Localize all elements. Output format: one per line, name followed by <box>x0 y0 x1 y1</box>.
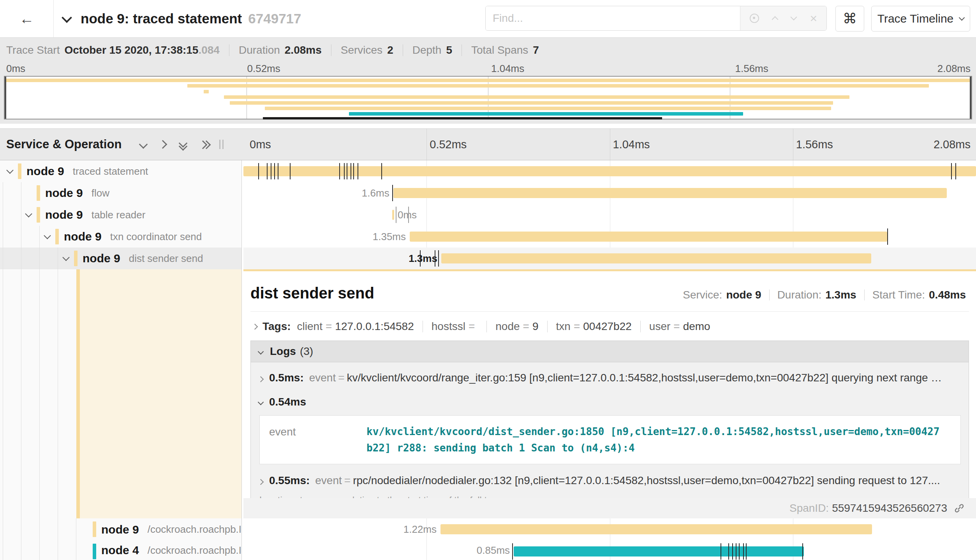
pane-divider[interactable] <box>241 160 242 560</box>
back-button[interactable]: ← <box>0 0 54 37</box>
span-duration-label: 0ms <box>398 204 417 226</box>
find-group: × <box>485 6 827 31</box>
log-marker-tick <box>267 163 268 179</box>
span-row[interactable]: node 9flow1.6ms <box>0 182 976 204</box>
trace-id: 6749717 <box>248 11 301 26</box>
selected-span-color-bar <box>76 269 80 518</box>
span-row-tree-cell[interactable]: node 9table reader <box>0 204 241 226</box>
tree-chevron-icon[interactable] <box>26 211 31 218</box>
span-row-timeline-cell[interactable]: 1.35ms <box>243 226 976 248</box>
span-row-timeline-cell[interactable]: 1.6ms <box>243 182 976 204</box>
minimap-span <box>265 107 831 110</box>
span-bar[interactable] <box>392 210 394 220</box>
back-arrow-icon: ← <box>19 11 34 27</box>
span-row-timeline-cell[interactable]: 1.3ms <box>243 248 976 269</box>
collapse-one-icon[interactable] <box>139 140 148 149</box>
span-row-timeline-cell[interactable]: 0ms <box>243 204 976 226</box>
log-marker-tick <box>887 228 888 245</box>
span-bar[interactable] <box>410 232 887 242</box>
span-row-tree-cell[interactable]: node 9dist sender send <box>0 248 241 269</box>
span-duration-label: 1.6ms <box>362 182 389 204</box>
service-name: node 9 <box>45 186 83 200</box>
span-row-tree-cell[interactable]: node 9flow <box>0 182 241 204</box>
title-group: node 9: traced statement 6749717 <box>63 0 301 37</box>
minimap-span <box>5 79 971 82</box>
expand-all-icon[interactable] <box>200 141 209 148</box>
span-detail-meta: Service:node 9 Duration:1.3ms Start Time… <box>683 289 966 301</box>
span-row[interactable]: node 9table reader0ms <box>0 204 976 226</box>
span-duration-label: 0.85ms <box>477 541 510 560</box>
page-title: node 9: traced statement <box>81 11 242 26</box>
service-color-bar <box>93 544 96 559</box>
span-row-tree-cell[interactable]: node 4/cockroach.roachpb.I... <box>0 541 241 560</box>
minimap-canvas[interactable] <box>4 76 972 119</box>
logs-chevron-icon <box>258 348 264 355</box>
span-row[interactable]: node 9dist sender send1.3ms <box>0 248 976 269</box>
detail-indent-column <box>0 269 241 518</box>
span-row-tree-cell[interactable]: node 9traced statement <box>0 160 241 182</box>
operation-name: flow <box>92 187 109 199</box>
tag-item: hostssl= <box>432 320 478 333</box>
total-spans-label: Total Spans <box>471 44 528 56</box>
view-select-button[interactable]: Trace Timeline <box>871 6 970 32</box>
service-color-bar <box>37 207 40 223</box>
log-marker-tick <box>955 163 956 179</box>
span-row[interactable]: node 9/cockroach.roachpb.I...1.22ms <box>0 518 976 541</box>
log-marker-tick <box>732 543 733 560</box>
trace-summary-band: Trace Start October 15 2020, 17:38:15 .0… <box>0 37 976 124</box>
find-input[interactable] <box>486 6 740 30</box>
minimap-tick-labels: 0ms0.52ms1.04ms1.56ms2.08ms <box>0 63 976 74</box>
tag-item: node=9 <box>495 320 538 333</box>
column-resizer-grip[interactable] <box>219 140 224 149</box>
logs-header[interactable]: Logs (3) <box>251 341 969 362</box>
tags-row[interactable]: Tags: client=127.0.0.1:54582hostssl=node… <box>253 320 969 333</box>
log-marker-tick <box>271 163 271 179</box>
span-row-timeline-cell[interactable]: 1.22ms <box>243 518 976 541</box>
command-icon: ⌘ <box>843 11 857 27</box>
minimap-right-scrubber[interactable] <box>970 77 971 119</box>
span-bar[interactable] <box>441 253 871 263</box>
span-duration-label: 1.22ms <box>403 518 437 541</box>
clear-find-icon[interactable]: × <box>810 12 817 25</box>
log-entry-expanded-header[interactable]: 0.54ms <box>251 386 969 408</box>
next-match-icon[interactable] <box>790 14 797 21</box>
span-bar[interactable] <box>440 524 872 534</box>
collapse-trace-chevron-icon[interactable] <box>62 12 72 23</box>
tree-chevron-icon[interactable] <box>7 167 12 174</box>
service-name: node 4 <box>101 544 139 557</box>
log-marker-tick <box>358 163 358 179</box>
view-select-label: Trace Timeline <box>877 12 954 25</box>
focus-match-icon[interactable] <box>750 14 759 23</box>
collapse-all-icon[interactable] <box>179 140 187 149</box>
trace-summary: Trace Start October 15 2020, 17:38:15 .0… <box>0 38 976 63</box>
span-row-timeline-cell[interactable]: 0.85ms <box>243 541 976 560</box>
service-color-bar <box>74 251 78 266</box>
span-id-label: SpanID: <box>789 502 829 514</box>
tree-chevron-icon[interactable] <box>45 233 50 240</box>
log-time: 0.55ms: <box>269 474 310 487</box>
span-row[interactable]: node 9txn coordinator send1.35ms <box>0 226 976 248</box>
service-name: node 9 <box>45 208 83 221</box>
span-row-tree-cell[interactable]: node 9/cockroach.roachpb.I... <box>0 518 241 541</box>
minimap-left-scrubber[interactable] <box>5 77 6 119</box>
timeline-tick-label: 1.56ms <box>796 138 833 151</box>
deep-link-icon[interactable] <box>953 502 965 514</box>
log-key: event <box>315 474 342 487</box>
span-duration-label: 1.3ms <box>409 248 437 269</box>
keyboard-shortcuts-button[interactable]: ⌘ <box>835 6 864 32</box>
log-value-mono: kv/kvclient/kvcoord/dist_sender.go:1850 … <box>366 423 941 456</box>
span-bar[interactable] <box>393 188 947 198</box>
expand-one-icon[interactable] <box>159 140 167 149</box>
prev-match-icon[interactable] <box>772 16 779 23</box>
log-marker-tick <box>746 543 747 560</box>
log-entry-collapsed[interactable]: 0.5ms: event = kv/kvclient/kvcoord/range… <box>251 362 969 386</box>
operation-name: /cockroach.roachpb.I... <box>148 544 241 556</box>
span-bar[interactable] <box>514 546 804 556</box>
span-row[interactable]: node 4/cockroach.roachpb.I...0.85ms <box>0 541 976 560</box>
span-row-timeline-cell[interactable] <box>243 160 976 182</box>
log-entry-collapsed[interactable]: 0.55ms: event = rpc/nodedialer/nodediale… <box>251 465 969 488</box>
tree-chevron-icon[interactable] <box>63 255 69 262</box>
span-row[interactable]: node 9traced statement <box>0 160 976 182</box>
depth-value: 5 <box>446 44 452 56</box>
span-row-tree-cell[interactable]: node 9txn coordinator send <box>0 226 241 248</box>
